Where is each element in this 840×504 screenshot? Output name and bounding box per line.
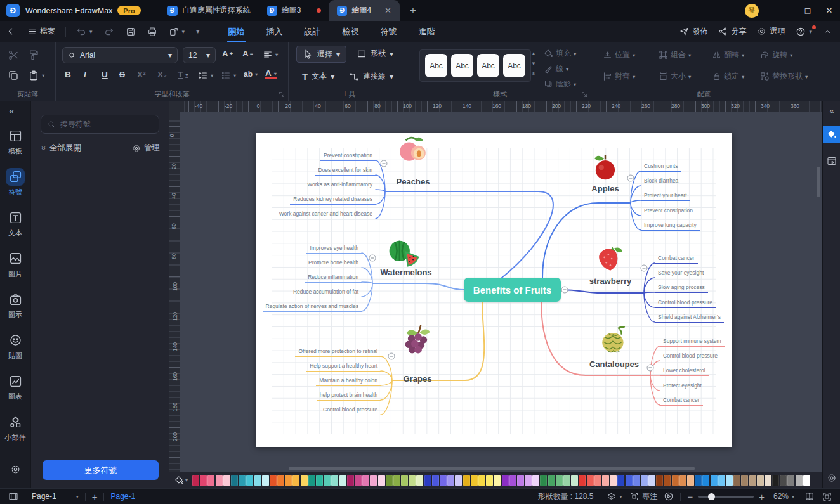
color-swatch[interactable] bbox=[757, 475, 764, 486]
color-swatch[interactable] bbox=[447, 475, 454, 486]
color-swatch[interactable] bbox=[494, 475, 501, 486]
font-size-select[interactable]: 12 ▾ bbox=[183, 47, 216, 63]
font-color-button[interactable]: A▾ bbox=[265, 70, 277, 79]
sidebar-item-text[interactable]: 文本 bbox=[0, 209, 30, 238]
color-swatch[interactable] bbox=[517, 475, 524, 486]
text-style-button[interactable]: T▾ bbox=[178, 70, 188, 79]
color-swatch[interactable] bbox=[192, 475, 199, 486]
mindmap-item[interactable]: Promote bone health bbox=[305, 259, 362, 268]
expand-all-button[interactable]: « 全部展開 bbox=[41, 143, 81, 153]
color-swatch[interactable] bbox=[548, 475, 555, 486]
italic-button[interactable]: I bbox=[84, 70, 86, 79]
style-scroll-down-icon[interactable]: ▼ bbox=[531, 61, 536, 67]
color-swatch[interactable] bbox=[656, 475, 663, 486]
increase-font-button[interactable]: A+ bbox=[222, 49, 233, 58]
collapse-ribbon-button[interactable] bbox=[823, 27, 832, 36]
mindmap-item[interactable]: Support immune system bbox=[660, 337, 725, 347]
select-tool-button[interactable]: 選擇▾ bbox=[296, 46, 346, 63]
share-button[interactable]: 分享 bbox=[718, 26, 746, 37]
subscript-button[interactable]: X₂ bbox=[157, 70, 167, 79]
mindmap-item[interactable]: Reduce inflammation bbox=[305, 273, 362, 283]
position-button[interactable]: 位置▾ bbox=[603, 49, 635, 60]
tab-view[interactable]: 檢視 bbox=[341, 26, 360, 37]
color-swatch[interactable] bbox=[540, 475, 547, 486]
color-swatch[interactable] bbox=[633, 475, 640, 486]
color-swatch[interactable] bbox=[393, 475, 400, 486]
manage-symbols-button[interactable]: 管理 bbox=[132, 143, 160, 153]
collapse-branch-button[interactable] bbox=[381, 160, 388, 167]
sidebar-item-templates[interactable]: 模板 bbox=[0, 127, 30, 156]
collapse-branch-button[interactable] bbox=[561, 287, 568, 294]
zoom-out-button[interactable]: − bbox=[687, 491, 693, 502]
add-page-button[interactable]: + bbox=[92, 491, 98, 502]
mindmap-item[interactable]: Slow aging process bbox=[655, 283, 708, 293]
color-swatch[interactable] bbox=[362, 475, 369, 486]
page-panel-icon[interactable] bbox=[8, 491, 18, 501]
mindmap-item[interactable]: Help support a healthy heart bbox=[306, 362, 381, 372]
color-swatch[interactable] bbox=[695, 475, 702, 486]
mindmap-item[interactable]: Improve lung capacity bbox=[641, 221, 700, 231]
color-swatch[interactable] bbox=[223, 475, 230, 486]
color-swatch[interactable] bbox=[502, 475, 509, 486]
pagination-book-icon[interactable] bbox=[804, 491, 815, 501]
fit-to-screen-button[interactable] bbox=[822, 492, 832, 501]
color-swatch[interactable] bbox=[301, 475, 308, 486]
mindmap-item[interactable]: Reduce accumulation of fat bbox=[290, 288, 362, 297]
highlight-button[interactable]: ab▾ bbox=[244, 70, 258, 79]
color-swatch[interactable] bbox=[292, 475, 299, 486]
presentation-play-button[interactable] bbox=[664, 491, 674, 501]
minimize-button[interactable]: — bbox=[775, 0, 797, 21]
mindmap-item[interactable]: Improves eye health bbox=[306, 244, 362, 254]
mindmap-item[interactable]: Block diarrhea bbox=[641, 177, 681, 186]
style-preset-1[interactable]: Abc bbox=[425, 54, 447, 77]
tab-advanced[interactable]: 進階 bbox=[417, 26, 436, 37]
color-swatch[interactable] bbox=[308, 475, 315, 486]
mindmap-item[interactable]: Lower cholesterol bbox=[660, 366, 709, 376]
mindmap-branch-label[interactable]: Apples bbox=[591, 184, 619, 193]
mindmap-item[interactable]: Reduces kidney related diseases bbox=[290, 195, 376, 205]
tab-symbols[interactable]: 符號 bbox=[379, 26, 398, 37]
print-button[interactable] bbox=[147, 27, 157, 37]
file-menu[interactable]: 檔案 bbox=[27, 26, 55, 37]
superscript-button[interactable]: X² bbox=[137, 70, 146, 79]
sidebar-item-charts[interactable]: 圖表 bbox=[0, 372, 30, 401]
redo-button[interactable] bbox=[104, 27, 114, 37]
underline-button[interactable]: U bbox=[102, 70, 108, 79]
color-swatch[interactable] bbox=[424, 475, 431, 486]
color-swatch[interactable] bbox=[556, 475, 563, 486]
mindmap-center-node[interactable]: Benefits of Fruits bbox=[464, 278, 561, 302]
more-symbols-button[interactable]: 更多符號 bbox=[43, 460, 159, 480]
horizontal-scrollbar[interactable] bbox=[289, 467, 695, 470]
style-preset-2[interactable]: Abc bbox=[451, 54, 473, 77]
format-painter-button[interactable] bbox=[28, 49, 39, 61]
sidebar-item-widgets[interactable]: 小部件 bbox=[0, 413, 30, 443]
mindmap-item[interactable]: help protect brain health bbox=[317, 391, 381, 401]
color-swatch[interactable] bbox=[339, 475, 346, 486]
color-swatch[interactable] bbox=[787, 475, 794, 486]
more-tools-dropdown[interactable]: ▾ bbox=[196, 27, 200, 36]
rotate-button[interactable]: 旋轉▾ bbox=[760, 49, 792, 60]
color-swatch[interactable] bbox=[532, 475, 539, 486]
collapse-branch-button[interactable] bbox=[627, 175, 634, 182]
mindmap-item[interactable]: Save your eyesight bbox=[655, 269, 707, 278]
color-swatch[interactable] bbox=[741, 475, 748, 486]
save-button[interactable] bbox=[126, 27, 136, 37]
back-button[interactable] bbox=[6, 27, 16, 36]
sidebar-item-symbols[interactable]: 符號 bbox=[0, 168, 30, 197]
color-swatch[interactable] bbox=[455, 475, 462, 486]
collapse-branch-button[interactable] bbox=[369, 255, 376, 262]
color-swatch[interactable] bbox=[471, 475, 478, 486]
focus-mode-button[interactable]: 專注 bbox=[629, 491, 657, 502]
fruit-icon-cantaloupe[interactable] bbox=[598, 323, 630, 355]
mindmap-item[interactable]: Prevent constipation bbox=[641, 207, 696, 216]
decrease-font-button[interactable]: A− bbox=[242, 49, 253, 58]
fill-color-tool[interactable]: ▾ bbox=[174, 475, 188, 485]
copy-button[interactable] bbox=[8, 70, 19, 81]
color-swatch[interactable] bbox=[579, 475, 586, 486]
mindmap-item[interactable]: Works as anti-inflammatory bbox=[304, 181, 376, 190]
color-swatch[interactable] bbox=[679, 475, 686, 486]
mindmap-item[interactable]: Shield against Alzheimer's bbox=[655, 313, 724, 323]
color-swatch[interactable] bbox=[270, 475, 277, 486]
color-swatch[interactable] bbox=[687, 475, 694, 486]
color-swatch[interactable] bbox=[440, 475, 447, 486]
